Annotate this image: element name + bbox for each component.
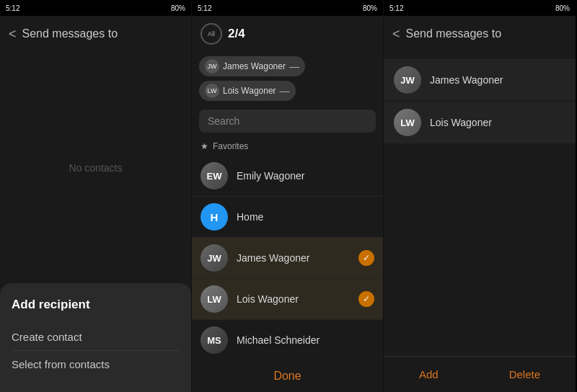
contact-item-emily[interactable]: EW Emily Wagoner: [192, 156, 383, 197]
panel-1: 5:12 80% < Send messages to No contacts …: [0, 0, 192, 392]
status-time-3: 5:12: [389, 4, 403, 12]
contact-item-home[interactable]: H Home: [192, 197, 383, 238]
back-icon-1[interactable]: <: [9, 27, 17, 42]
bottom-sheet: Add recipient Create contact Select from…: [0, 283, 191, 392]
no-contacts-label: No contacts: [69, 162, 123, 174]
chip-lois-label: Lois Wagoner: [223, 86, 276, 96]
status-time-1: 5:12: [6, 4, 19, 12]
add-button[interactable]: Add: [419, 368, 439, 380]
delete-button[interactable]: Delete: [509, 368, 540, 380]
selected-lois[interactable]: LW Lois Wagoner: [384, 102, 576, 144]
check-icon-lois: ✓: [358, 291, 374, 307]
contact-avatar-michael: MS: [201, 326, 228, 354]
panel3-footer: Add Delete: [384, 356, 576, 392]
done-bar: Done: [192, 360, 383, 392]
star-icon: ★: [201, 141, 208, 151]
contact-name-emily: Emily Wagoner: [237, 170, 304, 182]
create-contact-item[interactable]: Create contact: [12, 324, 180, 351]
selected-contacts-list: JW James Wagoner LW Lois Wagoner: [384, 52, 576, 356]
panel1-content: No contacts: [0, 52, 191, 283]
status-time-2: 5:12: [198, 4, 211, 12]
favorites-label: Favorites: [213, 141, 248, 151]
contact-list: EW Emily Wagoner H Home JW James Wagoner…: [192, 156, 383, 360]
search-input[interactable]: Search: [199, 110, 376, 133]
check-icon-james: ✓: [358, 250, 374, 266]
panel3-header: < Send messages to: [384, 16, 576, 52]
contact-avatar-emily: EW: [201, 162, 228, 190]
selected-avatar-lois: LW: [394, 109, 421, 136]
contact-avatar-james: JW: [201, 244, 228, 272]
panel3-title: Send messages to: [406, 27, 502, 40]
selected-avatar-james: JW: [394, 66, 421, 94]
status-battery-1: 80%: [171, 4, 185, 12]
chip-lois-avatar: LW: [205, 84, 219, 98]
done-button[interactable]: Done: [273, 370, 301, 383]
contact-name-home: Home: [237, 211, 263, 223]
selected-name-lois: Lois Wagoner: [430, 117, 492, 128]
bottom-sheet-title: Add recipient: [12, 298, 180, 312]
panel-2: 5:12 80% All 2/4 JW James Wagoner — LW L…: [192, 0, 384, 392]
panel2-header: All 2/4: [192, 16, 383, 52]
contact-item-michael[interactable]: MS Michael Schneider: [192, 320, 383, 360]
status-battery-3: 80%: [555, 4, 570, 12]
select-contacts-item[interactable]: Select from contacts: [12, 351, 180, 378]
chip-james[interactable]: JW James Wagoner —: [199, 56, 305, 76]
status-battery-2: 80%: [363, 4, 377, 12]
favorites-section: ★ Favorites: [192, 137, 383, 156]
selected-name-james: James Wagoner: [430, 74, 503, 86]
chip-lois[interactable]: LW Lois Wagoner —: [199, 81, 296, 101]
chip-james-avatar: JW: [205, 59, 219, 74]
chip-james-label: James Wagoner: [223, 61, 286, 71]
status-bar-1: 5:12 80%: [0, 0, 191, 16]
selected-james[interactable]: JW James Wagoner: [384, 59, 576, 102]
panel1-title: Send messages to: [22, 27, 118, 40]
all-label: All: [208, 30, 215, 37]
contact-name-james: James Wagoner: [237, 252, 309, 264]
counter-text: 2/4: [228, 27, 245, 41]
status-bar-3: 5:12 80%: [384, 0, 576, 16]
contact-name-lois: Lois Wagoner: [237, 293, 299, 305]
contact-item-lois[interactable]: LW Lois Wagoner ✓: [192, 279, 383, 320]
back-icon-3[interactable]: <: [392, 27, 400, 42]
chip-james-remove[interactable]: —: [289, 61, 299, 71]
status-bar-2: 5:12 80%: [192, 0, 383, 16]
all-circle[interactable]: All: [201, 23, 222, 45]
panel1-header: < Send messages to: [0, 16, 191, 52]
contact-item-james[interactable]: JW James Wagoner ✓: [192, 238, 383, 279]
contact-avatar-home: H: [201, 203, 228, 231]
panel-3: 5:12 80% < Send messages to JW James Wag…: [384, 0, 576, 392]
contact-avatar-lois: LW: [201, 285, 228, 313]
contact-name-michael: Michael Schneider: [237, 334, 320, 346]
chips-row: JW James Wagoner — LW Lois Wagoner —: [192, 52, 383, 105]
chip-lois-remove[interactable]: —: [280, 86, 290, 96]
